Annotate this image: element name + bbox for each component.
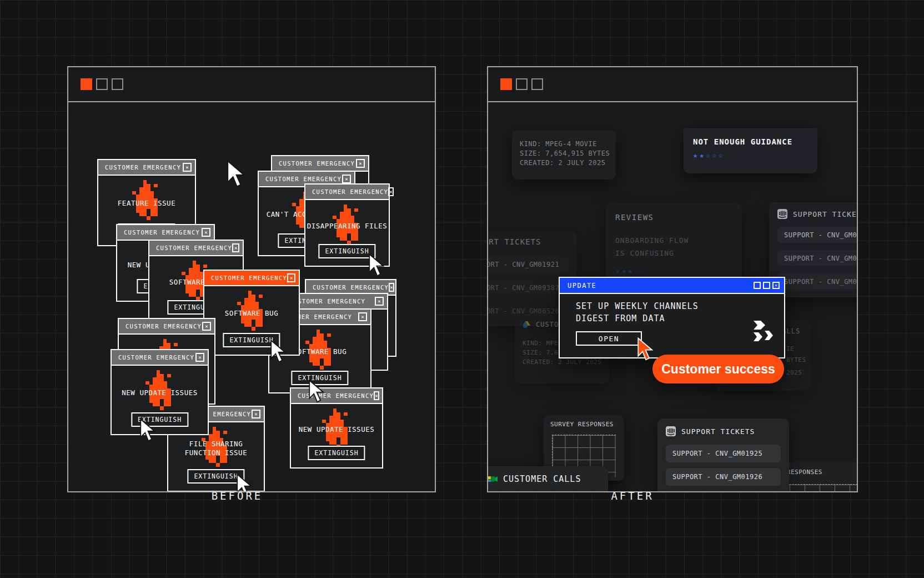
- ticket-row[interactable]: SUPPORT - CNV_GM01921: [777, 227, 858, 243]
- dialog-label: NEW UPDATE ISSUES: [112, 388, 208, 397]
- close-icon[interactable]: ✕: [374, 391, 379, 400]
- dialog-label: FEATURE ISSUE: [98, 199, 195, 208]
- dialog-label: SOFTWARE BUG: [204, 309, 299, 318]
- ticket-row[interactable]: SUPPORT - CNV_GM06526: [777, 273, 858, 290]
- window-control-minimize-icon[interactable]: [96, 78, 108, 90]
- card-title: SUPPORT TICKETS: [793, 210, 858, 218]
- scene: CUSTOMER EMERGENCY ✕ FEATURE ISSUE EXTIN…: [0, 0, 924, 578]
- close-icon[interactable]: ✕: [389, 283, 394, 292]
- dialog-title: CUSTOMER EMERGENCY: [313, 284, 389, 291]
- meta-created: CREATED: 2 JULY 2025: [520, 158, 616, 168]
- file-meta-card: KIND: MPEG-4 MOVIE SIZE: 7,654,915 BYTES…: [512, 131, 616, 180]
- ticket-row[interactable]: SUPPORT - CNV_GM01921: [487, 256, 569, 273]
- mouse-cursor-icon: [225, 160, 245, 189]
- dialog-label: NEW UPDATE ISSUES: [291, 425, 382, 434]
- window-control-maximize-icon[interactable]: [531, 78, 543, 90]
- card-title: SURVEY RESPONSES: [550, 421, 624, 428]
- close-icon[interactable]: ✕: [202, 322, 211, 331]
- update-window-titlebar[interactable]: UPDATE ✕: [560, 278, 784, 294]
- card-title: SUPPORT TICKETS: [681, 427, 755, 436]
- dialog-titlebar[interactable]: CUSTOMER EMERGENCY ✕: [98, 160, 195, 176]
- brand-logo-icon: [754, 321, 776, 350]
- dialog-title: CUSTOMER EMERGENCY: [125, 323, 202, 330]
- maximize-icon[interactable]: [763, 282, 770, 289]
- window-control-maximize-icon[interactable]: [112, 78, 123, 90]
- mouse-cursor-icon: [308, 380, 324, 404]
- emergency-dialog-new-update-right: CUSTOMER EMERGENCY ✕ NEW UPDATE ISSUES E…: [290, 387, 383, 469]
- ticket-row[interactable]: SUPPORT - CNV_GM09387: [487, 280, 569, 296]
- after-window: KIND: MPEG-4 MOVIE SIZE: 7,654,915 BYTES…: [487, 66, 858, 492]
- review-line2: IS CONFUSING: [615, 249, 674, 257]
- before-window-body: CUSTOMER EMERGENCY ✕ FEATURE ISSUE EXTIN…: [68, 102, 435, 490]
- ticket-row[interactable]: SUPPORT - CNV_GM01925: [666, 445, 781, 462]
- dialog-title: CUSTOMER EMERGENCY: [105, 164, 181, 171]
- customer-calls-card-bottom: CUSTOMER CALLS KIND: MPEG-4 MOVIE SIZE: …: [487, 466, 608, 492]
- close-icon[interactable]: ✕: [195, 353, 204, 362]
- open-button[interactable]: OPEN: [576, 331, 642, 346]
- update-message-line2: DIGEST FROM DATA: [576, 313, 665, 323]
- dialog-titlebar[interactable]: CUSTOMER EMERGENCY ✕: [291, 388, 382, 404]
- close-icon[interactable]: ✕: [375, 297, 384, 306]
- close-icon[interactable]: ✕: [772, 282, 780, 289]
- card-title: SUPPORT TICKETS: [487, 237, 577, 246]
- review-card-guidance: NOT ENOUGH GUIDANCE ★★☆☆☆: [684, 128, 817, 173]
- before-window-titlebar[interactable]: [68, 67, 435, 102]
- close-icon[interactable]: ✕: [358, 312, 367, 321]
- dialog-title: CUSTOMER EMERGENCY: [118, 354, 194, 361]
- close-icon[interactable]: ✕: [388, 187, 393, 196]
- minimize-icon[interactable]: [754, 282, 761, 289]
- review-line1: ONBOARDING FLOW: [615, 236, 689, 245]
- intercom-icon: [666, 426, 676, 436]
- intercom-icon: [777, 209, 787, 219]
- ticket-row[interactable]: SUPPORT - CNV_GM01926: [666, 468, 781, 486]
- dialog-title: CUSTOMER EMERGENCY: [156, 245, 232, 251]
- window-control-close-icon[interactable]: [81, 78, 92, 90]
- dialog-titlebar[interactable]: CUSTOMER EMERGENCY ✕: [119, 319, 214, 335]
- update-window-title: UPDATE: [568, 282, 596, 290]
- emergency-dialog-new-update-left: CUSTOMER EMERGENCY ✕ NEW UPDATE ISSUES E…: [111, 349, 209, 435]
- collaborator-name-tag: Customer success: [652, 355, 784, 383]
- dialog-title: CUSTOMER EMERGENCY: [124, 229, 200, 236]
- collaborator-cursor-icon: [636, 337, 654, 362]
- mouse-cursor-icon: [139, 418, 155, 443]
- dialog-titlebar[interactable]: CUSTOMER EMERGENCY ✕: [149, 241, 243, 256]
- dialog-label-line2: FUNCTION ISSUE: [185, 449, 247, 457]
- before-label: BEFORE: [176, 490, 298, 502]
- drive-icon: [523, 321, 530, 328]
- close-icon[interactable]: ✕: [287, 273, 295, 282]
- after-window-body: KIND: MPEG-4 MOVIE SIZE: 7,654,915 BYTES…: [488, 102, 857, 490]
- meet-icon: [488, 475, 498, 483]
- after-label: AFTER: [571, 490, 694, 502]
- dialog-title: CUSTOMER EMERGENCY: [211, 275, 287, 281]
- dialog-titlebar[interactable]: CUSTOMER EMERGENCY ✕: [272, 156, 368, 172]
- ticket-row[interactable]: SUPPORT - CNV_GM09387: [777, 250, 858, 266]
- close-icon[interactable]: ✕: [342, 175, 351, 183]
- close-icon[interactable]: ✕: [252, 410, 260, 418]
- star-rating: ★★☆☆☆: [693, 151, 817, 160]
- star-rating: ★★★☆☆: [615, 266, 742, 275]
- mouse-cursor-icon: [269, 340, 286, 364]
- card-title: CUSTOMER CALLS: [503, 474, 581, 484]
- meta-kind: KIND: MPEG-4 MOVIE: [520, 139, 616, 149]
- dialog-title: CUSTOMER EMERGENCY: [265, 176, 342, 182]
- dialog-titlebar[interactable]: CUSTOMER EMERGENCY ✕: [305, 185, 389, 200]
- dialog-titlebar[interactable]: CUSTOMER EMERGENCY ✕: [112, 350, 208, 366]
- dialog-label: DISAPPEARING FILES: [305, 222, 389, 231]
- update-window: UPDATE ✕ SET UP WEEKLY CHANNELS DIGEST F…: [559, 277, 785, 358]
- close-icon[interactable]: ✕: [232, 243, 239, 252]
- close-icon[interactable]: ✕: [183, 163, 192, 172]
- close-icon[interactable]: ✕: [356, 159, 365, 168]
- reviews-title: REVIEWS: [615, 213, 742, 222]
- close-icon[interactable]: ✕: [202, 228, 210, 237]
- mouse-cursor-icon: [368, 253, 384, 278]
- window-control-close-icon[interactable]: [500, 78, 512, 90]
- meta-created: CREATED: 2 JULY 2025: [523, 357, 609, 367]
- dialog-titlebar[interactable]: CUSTOMER EMERGENCY ✕: [204, 271, 299, 286]
- extinguish-button[interactable]: EXTINGUISH: [308, 446, 365, 460]
- dialog-titlebar[interactable]: CUSTOMER EMERGENCY ✕: [117, 225, 214, 241]
- review-title: NOT ENOUGH GUIDANCE: [693, 137, 817, 146]
- window-control-minimize-icon[interactable]: [516, 78, 528, 90]
- after-window-titlebar[interactable]: [488, 67, 857, 102]
- meta-size: SIZE: 7,654,915 BYTES: [520, 149, 616, 158]
- support-tickets-card-bottom: SUPPORT TICKETS SUPPORT - CNV_GM01925 SU…: [657, 418, 789, 492]
